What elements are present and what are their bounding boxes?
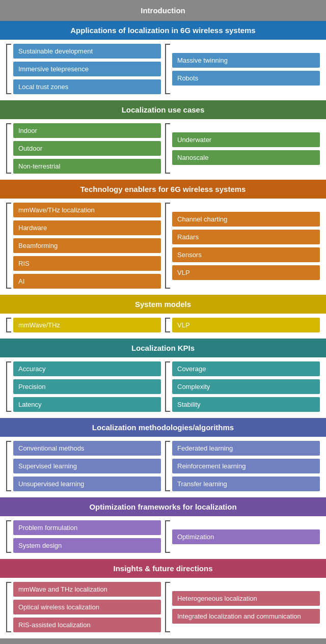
item-box: Optimization [172,529,320,544]
list-item: mmWave and THz localization [13,582,161,597]
intro-section: Introduction [0,0,326,21]
list-item: Supervised learning [13,459,161,473]
header-insights: Insights & future directions [0,559,326,578]
item-box: mmWave and THz localization [13,582,161,597]
list-item: mmWave/THz localization [13,203,161,217]
item-box: Supervised learning [13,459,161,473]
item-box: Sensors [172,247,320,262]
list-item: Immersive telepresence [13,62,161,76]
list-item: RIS [13,256,161,271]
list-item: Local trust zones [13,79,161,94]
section-technology: Technology enablers for 6G wireless syst… [0,180,326,295]
list-item: Nanoscale [172,150,320,165]
item-box: Integrated localization and communicatio… [172,609,320,624]
list-item: Channel charting [172,212,320,227]
list-item: Problem formulation [13,520,161,535]
list-item: Unsupervised learning [13,477,161,491]
section-applications: Applications of localization in 6G wirel… [0,21,326,100]
list-item: Accuracy [13,361,161,376]
list-item: Beamforming [13,238,161,253]
list-item: Heterogeneous localization [172,591,320,606]
item-box: Robots [172,71,320,86]
section-optimization: Optimization frameworks for localization… [0,497,326,559]
list-item: AI [13,274,161,289]
list-item: Transfer learning [172,477,320,491]
item-box: Accuracy [13,361,161,376]
item-box: Unsupervised learning [13,477,161,491]
list-item: Conventional methods [13,441,161,456]
list-item: VLP [172,265,320,280]
list-item: Optical wireless localization [13,600,161,614]
item-box: Heterogeneous localization [172,591,320,606]
item-box: AI [13,274,161,289]
item-box: Immersive telepresence [13,62,161,76]
list-item: VLP [172,318,320,332]
header-methodologies: Localization methodologies/algorithms [0,418,326,437]
list-item: Stability [172,397,320,412]
list-item: Precision [13,379,161,394]
item-box: System design [13,538,161,553]
item-box: Hardware [13,220,161,235]
list-item: mmWave/THz [13,318,161,332]
list-item: Sensors [172,247,320,262]
item-box: Outdoor [13,141,161,156]
list-item: Robots [172,71,320,86]
item-box: Nanoscale [172,150,320,165]
item-box: Channel charting [172,212,320,227]
item-box: Local trust zones [13,79,161,94]
list-item: Latency [13,397,161,412]
list-item: Complexity [172,379,320,394]
list-item: Sustainable development [13,44,161,59]
section-usecases: Localization use casesIndoorOutdoorNon-t… [0,100,326,180]
item-box: VLP [172,318,320,332]
item-box: mmWave/THz localization [13,203,161,217]
list-item: Hardware [13,220,161,235]
section-kpis: Localization KPIsAccuracyPrecisionLatenc… [0,339,326,418]
item-box: RIS-assisted localization [13,618,161,632]
item-box: mmWave/THz [13,318,161,332]
item-box: Massive twinning [172,53,320,68]
item-box: Federated learning [172,441,320,456]
header-systemmodels: System models [0,295,326,314]
section-methodologies: Localization methodologies/algorithmsCon… [0,418,326,497]
list-item: RIS-assisted localization [13,618,161,632]
header-usecases: Localization use cases [0,100,326,119]
item-box: Problem formulation [13,520,161,535]
item-box: Indoor [13,123,161,138]
item-box: Coverage [172,361,320,376]
conclusion-header: Conclusion [0,638,326,644]
list-item: Non-terrestrial [13,159,161,174]
section-systemmodels: System modelsmmWave/THzVLP [0,295,326,339]
item-box: RIS [13,256,161,271]
header-kpis: Localization KPIs [0,339,326,357]
item-box: Complexity [172,379,320,394]
list-item: Federated learning [172,441,320,456]
list-item: Indoor [13,123,161,138]
item-box: Stability [172,397,320,412]
item-box: Latency [13,397,161,412]
item-box: VLP [172,265,320,280]
list-item: System design [13,538,161,553]
list-item: Outdoor [13,141,161,156]
item-box: Optical wireless localization [13,600,161,614]
list-item: Underwater [172,132,320,147]
item-box: Radars [172,230,320,244]
header-technology: Technology enablers for 6G wireless syst… [0,180,326,199]
item-box: Underwater [172,132,320,147]
list-item: Reinforcement learning [172,459,320,473]
list-item: Coverage [172,361,320,376]
item-box: Conventional methods [13,441,161,456]
item-box: Sustainable development [13,44,161,59]
list-item: Massive twinning [172,53,320,68]
item-box: Precision [13,379,161,394]
item-box: Reinforcement learning [172,459,320,473]
list-item: Integrated localization and communicatio… [172,609,320,624]
list-item: Radars [172,230,320,244]
item-box: Non-terrestrial [13,159,161,174]
list-item: Optimization [172,529,320,544]
item-box: Beamforming [13,238,161,253]
header-applications: Applications of localization in 6G wirel… [0,21,326,40]
header-optimization: Optimization frameworks for localization [0,497,326,516]
conclusion-section: Conclusion [0,638,326,644]
section-insights: Insights & future directionsmmWave and T… [0,559,326,638]
